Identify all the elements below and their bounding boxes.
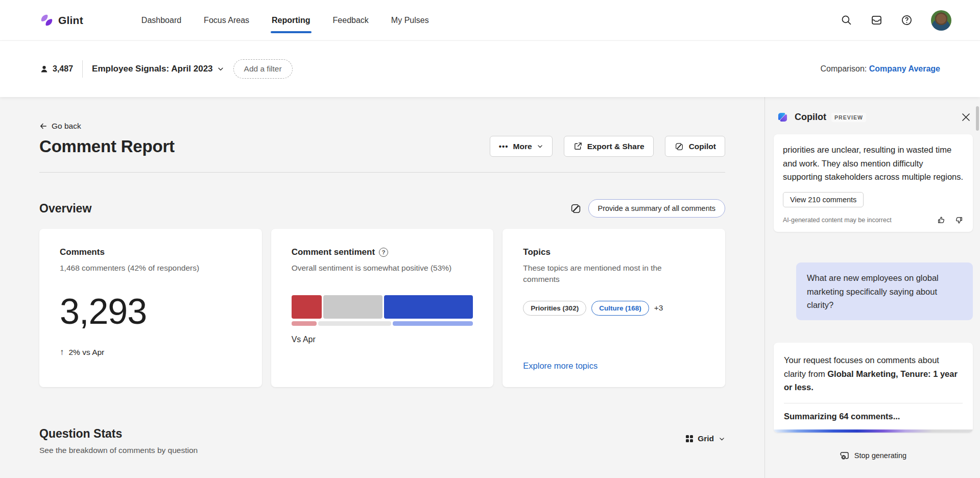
more-topics-count: +3 [654, 303, 663, 313]
top-nav: Glint Dashboard Focus Areas Reporting Fe… [0, 0, 980, 41]
question-stats-text: Question Stats See the breakdown of comm… [39, 427, 198, 455]
thumbs-down-icon[interactable] [954, 216, 964, 225]
copilot-response-card: Your request focuses on comments about c… [774, 343, 973, 432]
nav-item-feedback[interactable]: Feedback [332, 11, 370, 30]
inbox-icon[interactable] [871, 14, 882, 26]
nav-item-reporting[interactable]: Reporting [271, 11, 312, 30]
close-icon[interactable] [961, 112, 971, 122]
thumbs-up-icon[interactable] [937, 216, 946, 225]
sentiment-card: Comment sentiment ? Overall sentiment is… [271, 229, 494, 387]
main-nav: Dashboard Focus Areas Reporting Feedback… [140, 11, 430, 30]
view-comments-button[interactable]: View 210 comments [783, 192, 864, 207]
nav-item-focus-areas[interactable]: Focus Areas [203, 11, 250, 30]
feedback-buttons [937, 216, 964, 225]
sentiment-bar-compare [292, 321, 473, 326]
add-filter-button[interactable]: Add a filter [233, 59, 293, 79]
chevron-down-icon [217, 65, 224, 73]
comments-card-subtitle: 1,468 commenters (42% of responders) [60, 262, 242, 274]
go-back-link[interactable]: Go back [39, 122, 81, 131]
title-row: Comment Report ••• More [39, 136, 725, 157]
ai-disclaimer-row: AI-generated content may be incorrect [783, 216, 964, 225]
trend-up-icon: ↑ [60, 347, 64, 357]
search-icon[interactable] [841, 14, 852, 26]
comments-trend: ↑ 2% vs Apr [60, 347, 242, 357]
sentiment-help-icon[interactable]: ? [379, 248, 388, 257]
comparison-value-link[interactable]: Company Average [869, 64, 940, 73]
ai-message-text: priorities are unclear, resulting in was… [783, 143, 964, 184]
page-title: Comment Report [39, 137, 175, 156]
summary-prompt-group: Provide a summary of all comments [569, 199, 725, 218]
copilot-button[interactable]: Copilot [665, 136, 725, 157]
grid-icon [686, 435, 694, 443]
question-stats-heading: Question Stats [39, 427, 198, 441]
overview-heading: Overview [39, 202, 91, 216]
glint-logo-icon [40, 13, 54, 27]
sentiment-segment-positive [384, 295, 473, 319]
survey-selector[interactable]: Employee Signals: April 2023 [92, 64, 224, 74]
export-share-button[interactable]: Export & Share [564, 136, 654, 157]
user-avatar[interactable] [931, 10, 951, 31]
ai-disclaimer: AI-generated content may be incorrect [783, 217, 892, 224]
sentiment-bar-current [292, 295, 473, 319]
nav-right-actions [841, 10, 951, 31]
back-arrow-icon [39, 122, 47, 130]
stop-generating-button[interactable]: Stop generating [840, 451, 906, 461]
sentiment-segment-negative [292, 321, 317, 326]
brand-name: Glint [58, 14, 83, 27]
question-stats-header: Question Stats See the breakdown of comm… [39, 427, 725, 455]
copilot-panel: Copilot PREVIEW priorities are unclear, … [764, 97, 980, 478]
response-divider [784, 403, 963, 403]
ellipsis-icon: ••• [499, 142, 509, 151]
topic-pill-priorities[interactable]: Priorities (302) [523, 301, 586, 316]
filter-bar: 3,487 Employee Signals: April 2023 Add a… [0, 41, 980, 97]
preview-badge: PREVIEW [831, 113, 866, 122]
sentiment-compare-label: Vs Apr [292, 335, 473, 344]
sentiment-segment-positive [393, 321, 473, 326]
main-row: Go back Comment Report ••• More [0, 97, 980, 478]
title-divider [39, 172, 725, 173]
topics-card: Topics These topics are mentioned most i… [503, 229, 725, 387]
chevron-down-icon [537, 143, 543, 150]
sentiment-segment-neutral [323, 295, 382, 319]
glint-app: Glint Dashboard Focus Areas Reporting Fe… [0, 0, 980, 478]
comparison-label: Comparison: [821, 64, 867, 73]
topic-pill-culture[interactable]: Culture (168) [591, 301, 649, 316]
sentiment-card-title: Comment sentiment ? [292, 247, 473, 257]
overview-header: Overview Provide a summary of all commen… [39, 199, 725, 218]
copilot-panel-title: Copilot [795, 112, 826, 123]
question-stats-subtitle: See the breakdown of comments by questio… [39, 446, 198, 455]
explore-more-topics-link[interactable]: Explore more topics [523, 361, 597, 371]
copilot-outline-icon [569, 202, 582, 215]
nav-item-dashboard[interactable]: Dashboard [140, 11, 182, 30]
nav-item-my-pulses[interactable]: My Pulses [390, 11, 430, 30]
topics-card-title: Topics [523, 247, 705, 257]
scrollbar-thumb[interactable] [976, 106, 979, 131]
generating-progress-bar [774, 429, 973, 433]
topic-pills: Priorities (302) Culture (168) +3 [523, 301, 705, 316]
summarizing-status: Summarizing 64 comments... [784, 412, 963, 421]
trend-text: 2% vs Apr [69, 348, 105, 357]
copilot-panel-header: Copilot PREVIEW [774, 110, 973, 124]
report-content: Go back Comment Report ••• More [0, 97, 764, 478]
respondent-count: 3,487 [40, 64, 73, 74]
sentiment-segment-neutral [318, 321, 391, 326]
stop-icon [840, 451, 850, 461]
comments-total: 3,293 [60, 291, 242, 332]
divider [82, 60, 83, 78]
topics-card-subtitle: These topics are mentioned most in the c… [523, 262, 691, 285]
summary-prompt-pill[interactable]: Provide a summary of all comments [588, 199, 725, 218]
glint-brand[interactable]: Glint [40, 13, 83, 27]
copilot-outline-icon [674, 141, 684, 152]
more-button[interactable]: ••• More [490, 136, 553, 157]
respondent-count-value: 3,487 [53, 64, 73, 74]
sentiment-card-subtitle: Overall sentiment is somewhat positive (… [292, 262, 473, 274]
filter-bar-left: 3,487 Employee Signals: April 2023 Add a… [40, 59, 293, 79]
user-message-bubble: What are new employees on global marketi… [796, 262, 973, 320]
comparison-selector: Comparison: Company Average [821, 64, 940, 74]
view-selector-grid[interactable]: Grid [686, 434, 725, 443]
help-icon[interactable] [901, 14, 913, 26]
copilot-ai-message: priorities are unclear, resulting in was… [774, 134, 973, 232]
copilot-logo-icon [776, 110, 790, 124]
report-actions: ••• More Export & Share [490, 136, 725, 157]
chevron-down-icon [719, 436, 725, 442]
